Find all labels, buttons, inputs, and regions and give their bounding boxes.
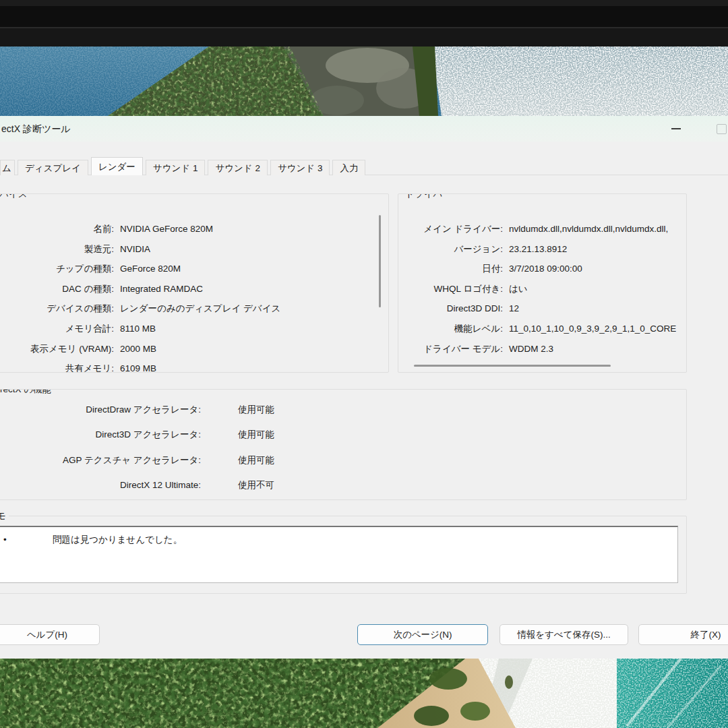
screen: { "app": { "title": "ectX 診断ツール" }, "tab… [0,0,728,728]
top-black-bar [0,6,728,27]
exit-button[interactable]: 終了(X) [638,624,728,645]
maximize-icon [717,124,727,134]
device-row: チップの種類:GeForce 820M [0,259,388,279]
viewer-toolbar [0,28,728,47]
wallpaper-top-strip [0,47,728,116]
device-row: デバイスの種類:レンダーのみのディスプレイ デバイス [0,299,388,319]
window-title: ectX 診断ツール [1,116,71,142]
tab-display[interactable]: ディスプレイ [18,160,88,175]
titlebar: ectX 診断ツール [0,116,728,142]
help-button[interactable]: ヘルプ(H) [0,624,100,645]
notes-group-label: モ [0,510,9,522]
tab-input[interactable]: 入力 [332,160,365,175]
device-row: メモリ合計:8110 MB [0,319,388,339]
directx-group-label: irectX の機能 [0,389,54,395]
notes-bullet: • [3,533,7,547]
minimize-icon [671,128,681,129]
tab-sound3[interactable]: サウンド 3 [270,160,330,175]
device-group-label: バイス [0,193,30,200]
notes-text: 問題は見つかりませんでした。 [53,533,182,547]
top-window-strip [0,0,728,6]
driver-group-label: ドライバー [404,193,454,200]
driver-rows: メイン ドライバー:nvldumdx.dll,nvldumdx.dll,nvld… [398,219,686,359]
dxdiag-window: ectX 診断ツール ム ディスプレイ レンダー サウンド 1 サウンド 2 サ… [0,116,728,659]
wallpaper-bottom-strip [0,659,728,728]
tab-system[interactable]: ム [0,160,15,175]
save-all-info-button[interactable]: 情報をすべて保存(S)... [499,624,628,645]
driver-row: バージョン:23.21.13.8912 [398,239,686,260]
notes-textbox[interactable]: • 問題は見つかりませんでした。 [0,526,678,583]
minimize-button[interactable] [667,116,685,142]
driver-row: ドライバー モデル:WDDM 2.3 [398,339,686,359]
directx-row: DirectDraw アクセラレータ:使用可能 [0,397,686,422]
notes-group: モ • 問題は見つかりませんでした。 [0,516,687,594]
directx-row: DirectX 12 Ultimate:使用不可 [0,473,686,497]
directx-row: Direct3D アクセラレータ:使用可能 [0,422,686,447]
driver-row: 機能レベル:11_0,10_1,10_0,9_3,9_2,9_1,1_0_COR… [398,319,686,339]
tab-sound2[interactable]: サウンド 2 [208,160,268,175]
tab-render[interactable]: レンダー [91,157,143,175]
driver-row: Direct3D DDI:12 [398,299,686,319]
device-row: 表示メモリ (VRAM):2000 MB [0,339,388,359]
device-row: 製造元:NVIDIA [0,239,388,260]
driver-row: 日付:3/7/2018 09:00:00 [398,259,686,279]
tabstrip: ム ディスプレイ レンダー サウンド 1 サウンド 2 サウンド 3 入力 [0,157,368,175]
device-row: 共有メモリ:6109 MB [0,359,388,373]
directx-rows: DirectDraw アクセラレータ:使用可能 Direct3D アクセラレータ… [0,397,686,498]
device-row: DAC の種類:Integrated RAMDAC [0,279,388,299]
next-page-button[interactable]: 次のページ(N) [357,624,488,645]
directx-features-group: irectX の機能 DirectDraw アクセラレータ:使用可能 Direc… [0,389,687,500]
driver-row: WHQL ロゴ付き:はい [398,279,686,299]
directx-row: AGP テクスチャ アクセラレータ:使用可能 [0,448,686,473]
driver-horizontal-scrollbar[interactable] [414,365,611,367]
device-row: 名前:NVIDIA GeForce 820M [0,219,388,239]
driver-group: ドライバー メイン ドライバー:nvldumdx.dll,nvldumdx.dl… [398,193,687,373]
maximize-button[interactable] [712,116,728,142]
tab-sound1[interactable]: サウンド 1 [146,160,206,175]
driver-row: メイン ドライバー:nvldumdx.dll,nvldumdx.dll,nvld… [398,219,686,239]
device-rows: 名前:NVIDIA GeForce 820M 製造元:NVIDIA チップの種類… [0,219,388,373]
device-group: バイス 名前:NVIDIA GeForce 820M 製造元:NVIDIA チッ… [0,193,389,373]
device-vertical-scrollbar[interactable] [379,215,381,307]
